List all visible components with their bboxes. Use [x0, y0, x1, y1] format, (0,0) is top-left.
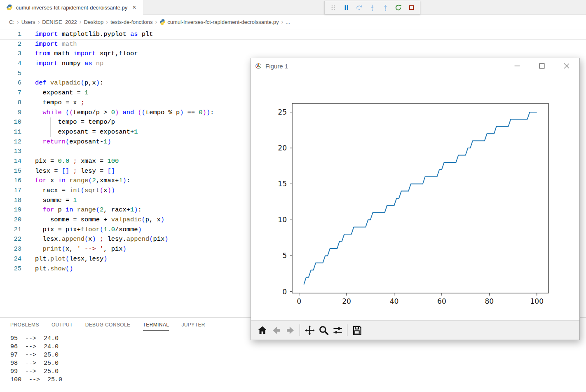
svg-text:25: 25 — [278, 108, 287, 116]
line-number: 2 — [0, 40, 21, 49]
terminal-line: 100 --> 25.0 — [10, 376, 586, 384]
line-number: 20 — [0, 215, 21, 225]
indent-guide — [43, 196, 43, 206]
code-line-text[interactable]: plt.plot(lesx,lesy) — [35, 254, 108, 264]
breadcrumb-overflow[interactable]: ... — [286, 19, 290, 25]
line-number: 15 — [0, 167, 21, 176]
code-line-text[interactable]: plt.show() — [35, 264, 73, 274]
code-line-text[interactable]: import matplotlib.pyplot as plt — [35, 30, 153, 40]
indent-guide — [43, 205, 43, 215]
subplots-tool-icon[interactable] — [331, 324, 345, 337]
line-number: 8 — [0, 98, 21, 108]
svg-text:40: 40 — [390, 297, 399, 305]
code-line-text[interactable]: lesx = [] ; lesy = [] — [35, 167, 115, 176]
panel-tab-output[interactable]: OUTPUT — [52, 322, 73, 331]
figure-canvas[interactable]: 0204060801000510152025 — [251, 74, 579, 321]
save-tool-icon[interactable] — [350, 324, 364, 337]
svg-text:10: 10 — [278, 216, 287, 224]
code-line-text[interactable]: pix = 0.0 ; xmax = 100 — [35, 157, 119, 167]
code-line-text[interactable]: for x in range(2,xmax+1): — [35, 176, 130, 186]
editor-tab-bar: cumul-inverses-fct-rapidement-decroissan… — [0, 0, 586, 15]
breadcrumb-item[interactable]: Users — [21, 19, 35, 25]
line-number: 23 — [0, 244, 21, 254]
line-number: 5 — [0, 69, 21, 79]
code-line-text[interactable]: while ((tempo/p > 0) and ((tempo % p) ==… — [35, 108, 214, 118]
panel-tab-jupyter[interactable]: JUPYTER — [181, 322, 205, 331]
code-line-text[interactable]: import numpy as np — [35, 59, 103, 69]
line-number: 25 — [0, 264, 21, 274]
python-icon — [159, 19, 166, 25]
code-line-text[interactable]: def valpadic(p,x): — [35, 78, 103, 88]
code-line-text[interactable]: exposant = 1 — [35, 88, 88, 98]
minimize-window-icon[interactable] — [514, 63, 520, 69]
restart-button[interactable] — [394, 3, 403, 12]
step-out-button[interactable] — [381, 3, 390, 12]
indent-guide — [43, 225, 43, 235]
code-line-text[interactable]: from math import sqrt,floor — [35, 49, 138, 59]
close-window-icon[interactable] — [564, 63, 570, 69]
svg-text:5: 5 — [282, 251, 287, 260]
line-number: 3 — [0, 49, 21, 59]
code-line-text[interactable]: lesx.append(x) ; lesy.append(pix) — [35, 235, 168, 244]
forward-tool-icon[interactable] — [283, 324, 297, 337]
debug-toolbar — [324, 1, 420, 14]
pan-tool-icon[interactable] — [302, 324, 316, 337]
panel-tab-debug-console[interactable]: DEBUG CONSOLE — [85, 322, 131, 331]
vscode-window: cumul-inverses-fct-rapidement-decroissan… — [0, 0, 586, 392]
terminal-line: 99 --> 25.0 — [10, 368, 586, 376]
code-line-text[interactable]: somme = 1 — [35, 196, 77, 206]
line-number: 11 — [0, 127, 21, 137]
indent-guide — [43, 127, 43, 137]
code-line-text[interactable]: print(x, ' --> ', pix) — [35, 244, 127, 254]
line-number: 12 — [0, 137, 21, 147]
line-number: 9 — [0, 108, 21, 118]
code-line-text[interactable]: somme = somme + valpadic(p, x) — [35, 215, 164, 225]
breadcrumb-file[interactable]: cumul-inverses-fct-rapidement-decroissan… — [159, 19, 279, 25]
breadcrumb: C:›Users›DENISE_2022›Desktop›tests-de-fo… — [0, 15, 586, 29]
code-line-text[interactable]: return(exposant-1) — [35, 137, 111, 147]
indent-guide — [43, 137, 43, 147]
indent-guide — [43, 186, 43, 196]
svg-text:0: 0 — [297, 297, 301, 305]
toolbar-separator — [300, 324, 300, 336]
plot-line — [304, 112, 537, 284]
code-line-text[interactable]: tempo = tempo/p — [35, 117, 115, 127]
code-line-text[interactable]: exposant = exposant+1 — [35, 127, 138, 137]
step-into-button[interactable] — [368, 3, 377, 12]
code-line-text[interactable]: racx = int(sqrt(x)) — [35, 186, 115, 196]
figure-titlebar[interactable]: Figure 1 — [251, 58, 579, 74]
panel-tab-terminal[interactable]: TERMINAL — [143, 322, 169, 331]
breadcrumb-item[interactable]: C: — [9, 19, 14, 25]
line-number: 10 — [0, 117, 21, 127]
stop-button[interactable] — [407, 3, 416, 12]
zoom-tool-icon[interactable] — [316, 324, 331, 337]
terminal-line: 98 --> 25.0 — [10, 359, 586, 368]
breadcrumb-separator: › — [17, 19, 19, 25]
breadcrumb-separator: › — [155, 19, 157, 25]
indent-guide — [50, 127, 51, 137]
line-number: 24 — [0, 254, 21, 264]
breadcrumb-item[interactable]: DENISE_2022 — [42, 19, 77, 25]
breadcrumb-item[interactable]: Desktop — [84, 19, 104, 25]
pause-button[interactable] — [342, 3, 351, 12]
line-number: 16 — [0, 176, 21, 186]
line-number: 7 — [0, 88, 21, 98]
code-line-text[interactable]: pix = pix+floor(1.0/somme) — [35, 225, 142, 235]
panel-tab-problems[interactable]: PROBLEMS — [10, 322, 39, 331]
toolbar-gripper[interactable] — [329, 3, 338, 12]
tab-close-icon[interactable]: × — [131, 4, 137, 11]
editor-tab[interactable]: cumul-inverses-fct-rapidement-decroissan… — [0, 0, 143, 15]
step-over-button[interactable] — [355, 3, 364, 12]
indent-guide — [43, 108, 43, 118]
maximize-window-icon[interactable] — [539, 63, 545, 69]
breadcrumb-item[interactable]: tests-de-fonctions — [110, 19, 153, 25]
line-number: 17 — [0, 186, 21, 196]
code-line-text[interactable]: tempo = x ; — [35, 98, 84, 108]
python-icon — [6, 4, 13, 11]
home-tool-icon[interactable] — [255, 324, 269, 337]
code-line-text[interactable]: for p in range(2, racx+1): — [35, 205, 142, 215]
code-line-text[interactable]: import math — [35, 40, 77, 49]
back-tool-icon[interactable] — [269, 324, 283, 337]
breadcrumb-separator: › — [38, 19, 40, 25]
svg-text:80: 80 — [485, 297, 494, 305]
